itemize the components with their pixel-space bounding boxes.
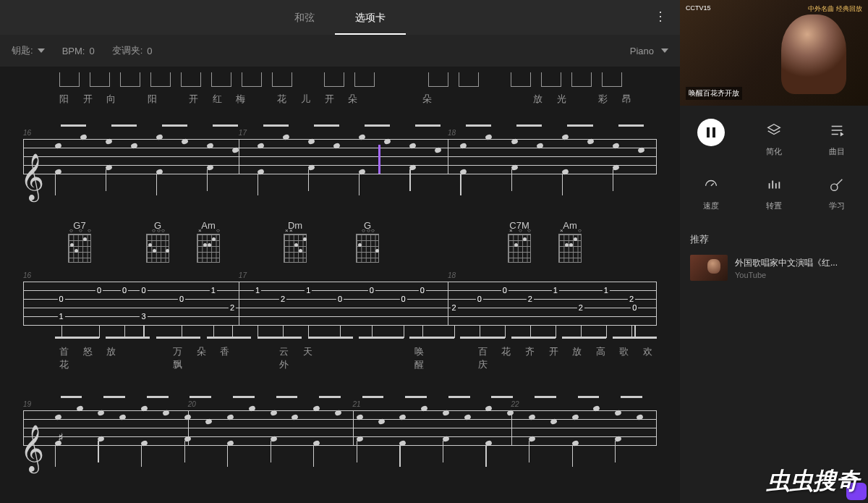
simplify-button[interactable]: 简化: [743, 119, 806, 157]
chord-G2: G○○○: [356, 220, 379, 263]
transpose-button[interactable]: 转置: [743, 173, 806, 211]
bpm-display: BPM:0: [62, 46, 95, 56]
tracks-button[interactable]: 曲目: [805, 119, 868, 157]
player-controls: 简化 曲目 速度 转置 学习: [680, 106, 868, 224]
video-tag: 中外名曲 经典回放: [808, 4, 862, 14]
pause-button[interactable]: [680, 119, 743, 157]
learn-button[interactable]: 学习: [805, 173, 868, 211]
rec-item-title: 外国歌唱家中文演唱《红...: [735, 257, 858, 269]
layers-icon: [762, 119, 786, 142]
chord-G7: G7○○○: [68, 220, 91, 263]
toolbar: 钥匙: BPM:0 变调夹:0 Piano: [0, 35, 680, 67]
bpm-value: 0: [89, 46, 94, 56]
measure-number: 16: [23, 129, 31, 137]
capo-value: 0: [147, 46, 152, 56]
key-selector[interactable]: 钥匙:: [12, 44, 45, 57]
instrument-label: Piano: [630, 46, 654, 56]
chord-G: G○○○: [146, 220, 169, 263]
svg-rect-1: [772, 181, 773, 189]
rec-thumbnail: [690, 255, 728, 281]
capo-display: 变调夹:0: [112, 44, 153, 57]
tabs-bar: 和弦 选项卡 ⋯: [0, 0, 680, 35]
pause-icon: [697, 119, 725, 146]
measure-number: 18: [448, 129, 456, 137]
chord-diagrams: G7○○○ G○○○ Am×○ Dm×× G○○○ C7M×○○ Am×○: [12, 220, 668, 263]
ctrl-label: 速度: [703, 200, 719, 211]
capo-label: 变调夹:: [112, 44, 143, 57]
tab-tabview[interactable]: 选项卡: [335, 0, 406, 35]
lyrics-line-1: 阳 开 向阳开 红 梅花 儿 开 朵朵放 光彩 昂: [12, 93, 668, 106]
rec-item-source: YouTube: [735, 271, 858, 279]
measure-number: 16: [23, 271, 31, 279]
ctrl-label: 学习: [829, 200, 845, 211]
gauge-icon: [699, 173, 723, 196]
chord-C7M: C7M×○○: [508, 220, 531, 263]
recommendations: 推荐 外国歌唱家中文演唱《红... YouTube: [680, 224, 868, 289]
speed-button[interactable]: 速度: [680, 173, 743, 211]
chevron-down-icon: [38, 48, 45, 53]
playback-cursor[interactable]: [378, 145, 380, 174]
measure-number: 18: [448, 271, 456, 279]
staff-1[interactable]: 16 17 18 𝄞: [12, 113, 668, 207]
tab-chords[interactable]: 和弦: [274, 0, 335, 35]
ctrl-label: 转置: [766, 200, 782, 211]
chord-Am2: Am×○: [558, 220, 582, 263]
key-label: 钥匙:: [12, 44, 33, 57]
tab-staff[interactable]: 16 17 18 1000300121210000200212120: [12, 267, 668, 339]
ctrl-label: 曲目: [829, 146, 845, 157]
equalizer-icon: [762, 173, 786, 196]
chord-Dm: Dm××: [284, 220, 307, 263]
svg-rect-3: [778, 182, 780, 188]
beat-boxes: [12, 72, 668, 87]
chevron-down-icon[interactable]: [661, 48, 668, 53]
channel-logo: CCTV15: [686, 4, 711, 12]
svg-rect-0: [769, 183, 770, 188]
staff-2[interactable]: 19 20 21 22 𝄞 ♯: [12, 384, 668, 464]
rec-title: 推荐: [690, 233, 858, 246]
ctrl-label: 简化: [766, 146, 782, 157]
measure-number: 19: [23, 400, 31, 408]
measure-number: 20: [188, 400, 196, 408]
watermark: 虫虫搜奇: [767, 465, 859, 497]
video-player[interactable]: CCTV15 中外名曲 经典回放 唤醒百花齐开放: [680, 0, 868, 106]
measure-number: 17: [239, 129, 247, 137]
measure-number: 17: [239, 271, 247, 279]
tracks-icon: [825, 119, 848, 142]
measure-number: 21: [353, 400, 361, 408]
bpm-label: BPM:: [62, 46, 85, 56]
more-menu-icon[interactable]: ⋯: [653, 10, 669, 25]
lyrics-line-2: 首 怒 放 花万 朵 香 飘云 天 外唤 醒百 花 齐 开 放 高 歌 欢 庆: [12, 345, 668, 371]
chord-Am: Am×○: [197, 220, 220, 263]
video-frame: [781, 14, 846, 94]
guitar-icon: [825, 173, 848, 196]
video-caption: 唤醒百花齐开放: [686, 87, 742, 100]
measure-number: 22: [511, 400, 519, 408]
rec-item[interactable]: 外国歌唱家中文演唱《红... YouTube: [690, 255, 858, 281]
svg-rect-2: [775, 183, 777, 188]
score-area: 阳 开 向阳开 红 梅花 儿 开 朵朵放 光彩 昂 16 17 18 𝄞 G7○…: [0, 67, 680, 503]
